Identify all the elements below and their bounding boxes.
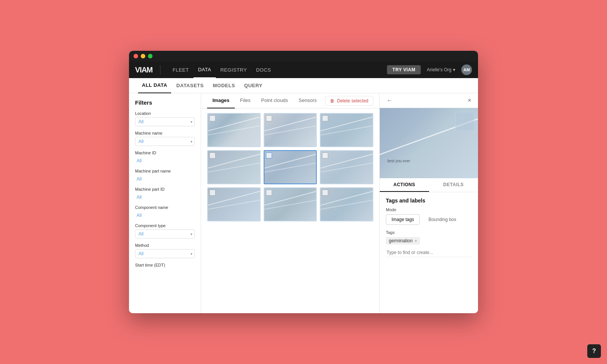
image-placeholder-5 xyxy=(264,151,316,184)
filter-component-name-value[interactable]: All xyxy=(135,211,195,219)
image-line2-9 xyxy=(321,199,373,210)
image-grid xyxy=(201,108,379,313)
image-line2-8 xyxy=(264,199,316,210)
image-cell-5[interactable] xyxy=(264,150,317,184)
filter-component-type-label: Component type xyxy=(135,223,195,228)
subnav-datasets[interactable]: DATASETS xyxy=(173,78,208,93)
filter-machine-id-value[interactable]: All xyxy=(135,157,195,164)
filter-machine-part-name-value[interactable]: All xyxy=(135,175,195,182)
image-cell-6[interactable] xyxy=(320,150,373,184)
panel-image: best you ever xyxy=(380,108,478,178)
nav-data[interactable]: DATA xyxy=(193,61,216,78)
panel-tab-details[interactable]: DETAILS xyxy=(429,178,478,192)
filter-location-select-wrap[interactable]: All xyxy=(135,117,195,126)
org-name: Arielle's Org xyxy=(427,67,451,72)
content-tabs: Images Files Point clouds Sensors 🗑 Dele… xyxy=(201,93,379,108)
filter-component-type-select[interactable]: All xyxy=(135,229,195,238)
subnav-all-data[interactable]: ALL DATA xyxy=(138,78,171,93)
nav-divider xyxy=(160,65,160,74)
image-cell-9[interactable] xyxy=(320,187,373,221)
nav-fleet[interactable]: FLEET xyxy=(168,61,193,78)
tab-sensors[interactable]: Sensors xyxy=(293,93,322,108)
navbar: VIAM FLEET DATA REGISTRY DOCS TRY VIAM A… xyxy=(129,61,478,78)
filter-machine-part-id-value[interactable]: All xyxy=(135,193,195,201)
image-checkbox-7[interactable] xyxy=(209,190,215,196)
filter-component-type-select-wrap[interactable]: All xyxy=(135,229,195,238)
mode-buttons: Image tags Bounding box xyxy=(386,214,472,225)
image-placeholder-7 xyxy=(208,188,260,221)
filter-method-select[interactable]: All xyxy=(135,249,195,258)
titlebar xyxy=(129,51,478,61)
filter-component-name-label: Component name xyxy=(135,205,195,210)
tab-files[interactable]: Files xyxy=(235,93,256,108)
filter-method: Method All xyxy=(135,243,195,258)
maximize-dot[interactable] xyxy=(148,54,153,58)
close-dot[interactable] xyxy=(134,54,138,58)
tag-remove-germination[interactable]: × xyxy=(415,238,417,243)
filter-machine-name-label: Machine name xyxy=(135,131,195,135)
filter-location-select[interactable]: All xyxy=(135,117,195,126)
panel-tab-actions[interactable]: ACTIONS xyxy=(380,178,429,192)
filter-machine-part-id: Machine part ID All xyxy=(135,187,195,201)
tags-input[interactable] xyxy=(386,248,472,257)
tag-chip-germination: germination × xyxy=(386,237,420,245)
image-cell-8[interactable] xyxy=(264,187,317,221)
panel-tabs: ACTIONS DETAILS xyxy=(380,178,478,192)
filter-machine-part-name-label: Machine part name xyxy=(135,169,195,173)
image-checkbox-8[interactable] xyxy=(266,190,272,196)
image-cell-4[interactable] xyxy=(207,150,261,184)
main-layout: Filters Location All Machine name All xyxy=(129,93,478,313)
filter-machine-name: Machine name All xyxy=(135,131,195,146)
image-checkbox-5[interactable] xyxy=(266,152,272,158)
image-checkbox-6[interactable] xyxy=(322,152,328,158)
tags-labels-title: Tags and labels xyxy=(386,198,472,204)
mode-label: Mode xyxy=(386,207,472,212)
panel-content: Tags and labels Mode Image tags Bounding… xyxy=(380,192,478,313)
org-selector[interactable]: Arielle's Org ▾ xyxy=(427,67,455,72)
image-cell-1[interactable] xyxy=(207,113,261,147)
subnav-query[interactable]: QUERY xyxy=(241,78,266,93)
image-cell-3[interactable] xyxy=(320,113,373,147)
delete-selected-button[interactable]: 🗑 Delete selected xyxy=(325,96,373,106)
image-checkbox-2[interactable] xyxy=(266,115,272,121)
nav-registry[interactable]: REGISTRY xyxy=(216,61,252,78)
image-cell-2[interactable] xyxy=(264,113,317,147)
panel-back-button[interactable]: ← xyxy=(384,96,395,105)
image-placeholder-6 xyxy=(321,151,373,184)
panel-image-grid-overlay xyxy=(455,112,474,131)
mode-image-tags-button[interactable]: Image tags xyxy=(386,214,420,225)
tab-images[interactable]: Images xyxy=(207,93,235,108)
content-tabs-left: Images Files Point clouds Sensors xyxy=(207,93,322,108)
right-panel-header: ← × xyxy=(380,93,478,108)
image-checkbox-4[interactable] xyxy=(209,152,215,158)
filter-machine-part-id-label: Machine part ID xyxy=(135,187,195,191)
image-placeholder-8 xyxy=(264,188,316,221)
nav-docs[interactable]: DOCS xyxy=(252,61,276,78)
filter-machine-id: Machine ID All xyxy=(135,151,195,164)
image-checkbox-3[interactable] xyxy=(322,115,328,121)
subnav: ALL DATA DATASETS MODELS QUERY xyxy=(129,78,478,93)
filter-machine-name-select-wrap[interactable]: All xyxy=(135,137,195,146)
minimize-dot[interactable] xyxy=(141,54,145,58)
image-checkbox-9[interactable] xyxy=(322,190,328,196)
try-viam-button[interactable]: TRY VIAM xyxy=(387,65,421,74)
filter-machine-name-select[interactable]: All xyxy=(135,137,195,146)
panel-close-button[interactable]: × xyxy=(465,96,473,105)
avatar[interactable]: AM xyxy=(461,64,472,75)
subnav-models[interactable]: MODELS xyxy=(209,78,239,93)
sidebar: Filters Location All Machine name All xyxy=(129,93,201,313)
filter-machine-part-name: Machine part name All xyxy=(135,169,195,182)
image-line2-2 xyxy=(264,125,316,136)
filter-start-time: Start time (EDT) xyxy=(135,263,195,267)
delete-button-label: Delete selected xyxy=(337,98,368,104)
filter-location: Location All xyxy=(135,111,195,126)
help-button[interactable]: ? xyxy=(587,344,601,358)
image-checkbox-1[interactable] xyxy=(209,115,215,121)
tab-point-clouds[interactable]: Point clouds xyxy=(256,93,293,108)
filter-method-select-wrap[interactable]: All xyxy=(135,249,195,258)
panel-image-caption: best you ever xyxy=(387,159,410,163)
tags-label: Tags xyxy=(386,230,472,235)
filter-component-type: Component type All xyxy=(135,223,195,238)
mode-bounding-box-button[interactable]: Bounding box xyxy=(423,214,462,225)
image-cell-7[interactable] xyxy=(207,187,261,221)
